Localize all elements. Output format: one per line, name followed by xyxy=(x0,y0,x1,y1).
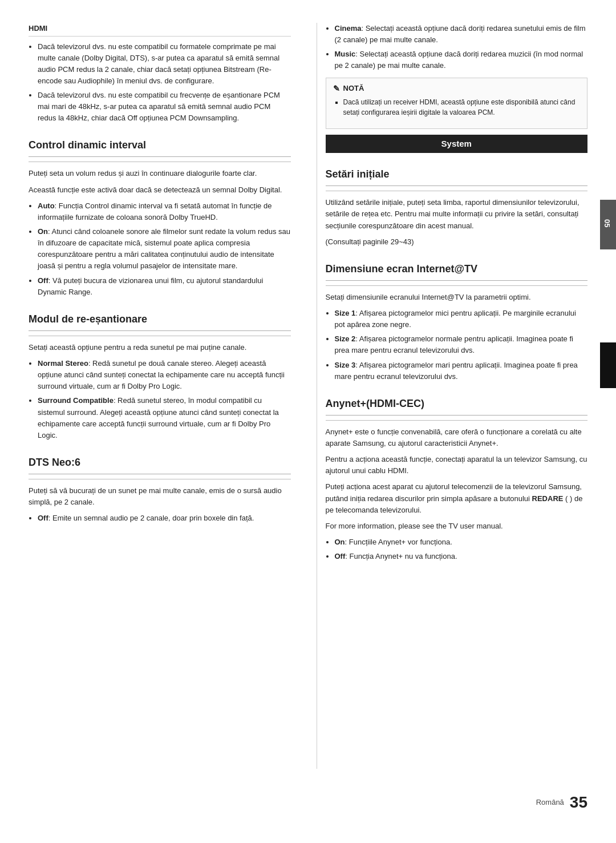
divider xyxy=(29,336,291,336)
bullet-text: : Atunci când coloanele sonore ale filme… xyxy=(38,227,290,270)
divider xyxy=(326,420,588,421)
bullet-text: : Funcția Anynet+ nu va funcționa. xyxy=(345,552,457,560)
main-content: HDMI Dacă televizorul dvs. nu este compa… xyxy=(29,23,587,769)
music-text: : Selectați această opțiune dacă doriți … xyxy=(335,50,583,70)
setari-para1: Utilizând setările inițiale, puteți seta… xyxy=(326,197,588,231)
bullet-text: : Afișarea pictogramelor mari pentru apl… xyxy=(335,361,578,381)
list-item: Off: Funcția Anynet+ nu va funcționa. xyxy=(335,551,588,562)
list-item: Size 1: Afișarea pictogramelor mici pent… xyxy=(335,308,588,330)
dts-neo-section: DTS Neo:6 Puteți să vă bucurați de un su… xyxy=(29,455,291,524)
divider xyxy=(326,191,588,191)
hdmi-heading: HDMI xyxy=(29,23,291,37)
cinema-text: : Selectați această opțiune dacă doriți … xyxy=(335,24,586,44)
hdmi-section: HDMI Dacă televizorul dvs. nu este compa… xyxy=(29,23,291,124)
bullet-label: Off xyxy=(335,552,346,560)
page-container: 05 Configurare HDMI Dacă televizorul dvs… xyxy=(0,0,616,843)
setari-heading: Setări inițiale xyxy=(326,167,588,186)
list-item: On: Atunci când coloanele sonore ale fil… xyxy=(38,226,291,272)
bullet-text: : Funcția Control dinamic interval va fi… xyxy=(38,201,271,221)
bullet-label: Off xyxy=(38,276,48,285)
bullet-label: On xyxy=(335,538,345,546)
list-item: Dacă televizorul dvs. nu este compatibil… xyxy=(38,90,291,124)
hdmi-bullets: Dacă televizorul dvs. nu este compatibil… xyxy=(38,41,291,124)
page-footer: Română 35 xyxy=(29,786,587,814)
bullet-label: Size 3 xyxy=(335,361,356,369)
anynet-para4: For more information, please see the TV … xyxy=(326,521,588,532)
control-dinamic-para1: Puteți seta un volum redus și auzi în co… xyxy=(29,168,291,179)
note-title-text: NOTĂ xyxy=(343,83,364,94)
bullet-label: Auto xyxy=(38,201,55,210)
list-item: Size 2: Afișarea pictogramelor normale p… xyxy=(335,333,588,356)
list-item: Off: Emite un semnal audio pe 2 canale, … xyxy=(38,513,291,524)
dts-neo-heading: DTS Neo:6 xyxy=(29,455,291,474)
black-tab xyxy=(600,342,616,388)
setari-initiale-section: Setări inițiale Utilizând setările iniți… xyxy=(326,167,588,248)
page-number: 35 xyxy=(570,790,587,814)
list-item: Dacă utilizați un receiver HDMI, această… xyxy=(343,97,581,118)
side-tab-number: 05 xyxy=(602,219,613,227)
bullet-text: : Vă puteți bucura de vizionarea unui fi… xyxy=(38,276,263,296)
anynet-section: Anynet+(HDMI-CEC) Anynet+ este o funcție… xyxy=(326,396,588,562)
note-bullets: Dacă utilizați un receiver HDMI, această… xyxy=(343,97,581,118)
anynet-heading: Anynet+(HDMI-CEC) xyxy=(326,396,588,416)
dimensiune-ecran-section: Dimensiune ecran Internet@TV Setați dime… xyxy=(326,261,588,382)
dimensiune-heading: Dimensiune ecran Internet@TV xyxy=(326,261,588,281)
bullet-label: Surround Compatible xyxy=(38,396,114,405)
bullet-label: On xyxy=(38,227,48,236)
control-dinamic-bullets: Auto: Funcția Control dinamic interval v… xyxy=(38,200,291,298)
side-tab: 05 Configurare xyxy=(600,200,616,249)
system-bar: System xyxy=(326,135,588,154)
anynet-para3: Puteți acționa acest aparat cu ajutorul … xyxy=(326,481,588,515)
list-item: Dacă televizorul dvs. nu este compatibil… xyxy=(38,41,291,87)
list-item: Normal Stereo: Redă sunetul pe două cana… xyxy=(38,358,291,392)
music-label: Music xyxy=(335,50,356,58)
list-item: Cinema: Selectați această opțiune dacă d… xyxy=(335,23,588,46)
divider xyxy=(29,162,291,162)
list-item: Surround Compatible: Redă sunetul stereo… xyxy=(38,395,291,441)
anynet-para2: Pentru a acționa această funcție, conect… xyxy=(326,454,588,477)
list-item: Music: Selectați această opțiune dacă do… xyxy=(335,49,588,71)
bullet-label: Normal Stereo xyxy=(38,359,88,368)
bullet-label: Size 2 xyxy=(335,334,356,343)
cinema-music-bullets: Cinema: Selectați această opțiune dacă d… xyxy=(335,23,588,72)
dimensiune-bullets: Size 1: Afișarea pictogramelor mici pent… xyxy=(335,308,588,382)
anynet-para1: Anynet+ este o funcție convenabilă, care… xyxy=(326,426,588,449)
note-title: ✎ NOTĂ xyxy=(333,83,581,95)
control-dinamic-section: Control dinamic interval Puteți seta un … xyxy=(29,138,291,297)
anynet-bullets: On: Funcțiile Anynet+ vor funcționa. Off… xyxy=(335,537,588,562)
list-item: Auto: Funcția Control dinamic interval v… xyxy=(38,200,291,223)
cinema-label: Cinema xyxy=(335,24,362,33)
bullet-label: Off xyxy=(38,514,48,522)
setari-para2: (Consultați paginile 29~43) xyxy=(326,236,588,248)
control-dinamic-heading: Control dinamic interval xyxy=(29,138,291,157)
list-item: Size 3: Afișarea pictogramelor mari pent… xyxy=(335,360,588,382)
modul-heading: Modul de re-eșantionare xyxy=(29,312,291,331)
note-box: ✎ NOTĂ Dacă utilizați un receiver HDMI, … xyxy=(326,78,588,129)
left-column: HDMI Dacă televizorul dvs. nu este compa… xyxy=(29,23,299,769)
divider xyxy=(326,285,588,286)
note-icon: ✎ xyxy=(333,83,340,95)
dimensiune-para1: Setați dimensiunile ecranului Internet@T… xyxy=(326,292,588,303)
divider xyxy=(29,479,291,479)
control-dinamic-para2: Această funcție este activă doar dacă se… xyxy=(29,184,291,196)
dts-neo-para1: Puteți să vă bucurați de un sunet pe mai… xyxy=(29,485,291,508)
bullet-text: : Afișarea pictogramelor mici pentru apl… xyxy=(335,309,576,329)
dts-neo-bullets: Off: Emite un semnal audio pe 2 canale, … xyxy=(38,513,291,524)
modul-para1: Setați această opțiune pentru a reda sun… xyxy=(29,342,291,353)
page-language: Română xyxy=(536,797,564,808)
side-tab-text: Configurare xyxy=(590,208,599,241)
modul-reesantionare-section: Modul de re-eșantionare Setați această o… xyxy=(29,312,291,441)
bullet-text: : Afișarea pictogramelor normale pentru … xyxy=(335,334,573,354)
list-item: Off: Vă puteți bucura de vizionarea unui… xyxy=(38,275,291,298)
modul-bullets: Normal Stereo: Redă sunetul pe două cana… xyxy=(38,358,291,441)
bullet-text: : Funcțiile Anynet+ vor funcționa. xyxy=(345,538,452,546)
right-column: Cinema: Selectați această opțiune dacă d… xyxy=(317,23,588,769)
list-item: On: Funcțiile Anynet+ vor funcționa. xyxy=(335,537,588,548)
bullet-text: : Emite un semnal audio pe 2 canale, doa… xyxy=(48,514,254,522)
bullet-label: Size 1 xyxy=(335,309,356,317)
